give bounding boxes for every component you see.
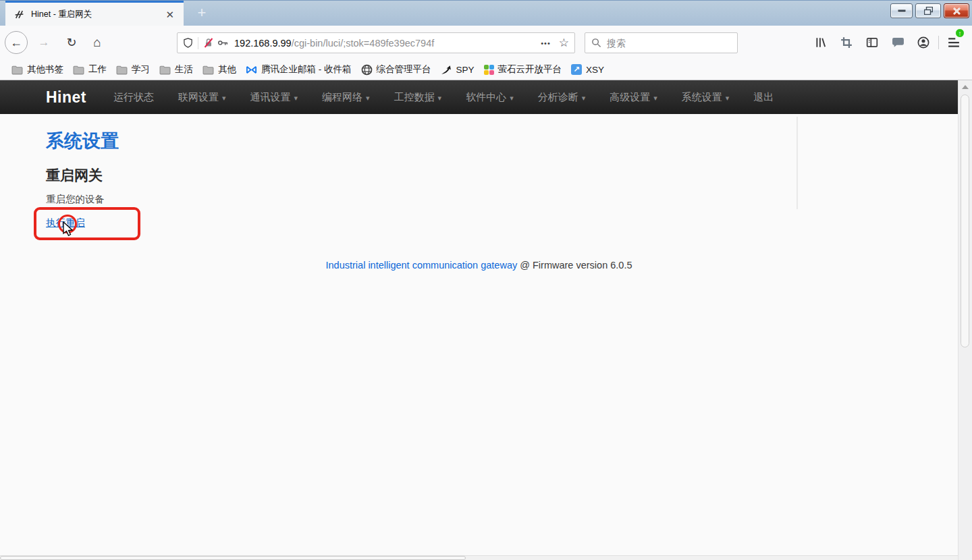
crop-icon [840,36,853,49]
back-button[interactable]: ← [5,31,28,54]
nav-item-comm-setup[interactable]: 通讯设置 [241,81,308,114]
hinet-favicon-icon [14,9,25,20]
browser-chrome: ← → ↻ ⌂ 192.168.9.99/cgi-bin/luci/;stok=… [0,26,972,80]
chat-bubble-icon [892,37,905,49]
home-button[interactable]: ⌂ [86,31,109,54]
bookmark-tencent-exmail[interactable]: 腾讯企业邮箱 - 收件箱 [241,61,356,78]
bookmark-label: 工作 [88,63,107,76]
page-footer: Industrial intelligent communication gat… [0,260,958,271]
url-bar[interactable]: 192.168.9.99/cgi-bin/luci/;stok=489fe39e… [177,32,575,53]
new-tab-button[interactable]: + [192,3,212,24]
vertical-scrollbar-thumb[interactable] [961,94,969,347]
sidebar-icon [866,36,878,49]
forward-button[interactable]: → [32,31,55,54]
bookmark-label: 其他书签 [27,63,63,76]
browser-tab[interactable]: Hinet - 重启网关 ✕ [5,1,184,26]
shield-icon[interactable] [183,37,193,49]
close-icon [952,7,961,15]
globe-icon [361,64,373,76]
chat-button[interactable] [885,31,911,54]
nav-item-system-settings[interactable]: 系统设置 [672,81,739,114]
xsy-icon: ↗ [571,64,582,75]
page-actions-icon[interactable]: ••• [541,39,551,47]
library-button[interactable] [808,31,834,54]
library-icon [815,36,827,49]
nav-item-analysis-diagnosis[interactable]: 分析诊断 [529,81,595,114]
nav-item-logout[interactable]: 退出 [744,81,783,114]
page-title: 重启网关 [46,166,103,185]
bookmark-management-platform[interactable]: 综合管理平台 [356,61,436,78]
bookmark-other[interactable]: 其他 [198,61,241,78]
site-brand[interactable]: Hinet [46,88,86,107]
folder-icon [202,64,214,76]
close-button[interactable] [944,3,969,18]
nav-item-status[interactable]: 运行状态 [104,81,163,114]
menu-button[interactable]: ↑ [941,31,967,54]
bookmark-xsy[interactable]: ↗ XSY [566,62,609,77]
footer-gateway-link[interactable]: Industrial intelligent communication gat… [326,260,518,271]
title-bar: Hinet - 重启网关 ✕ + [0,0,972,26]
hamburger-icon [948,37,960,48]
folder-icon [159,64,171,76]
folder-icon [116,64,128,76]
bookmark-label: 腾讯企业邮箱 - 收件箱 [261,63,352,76]
toolbar-icons: ↑ [808,31,967,54]
bookmark-work[interactable]: 工作 [68,61,111,78]
bookmark-label: 学习 [132,63,150,76]
minimize-button[interactable] [890,3,913,18]
sidebar-button[interactable] [859,31,885,54]
page-content: Hinet 运行状态 联网设置 通讯设置 编程网络 工控数据 软件中心 分析诊断… [0,80,958,560]
bookmark-label: SPY [456,65,475,75]
folder-icon [11,64,23,76]
restore-icon [924,7,933,15]
bookmark-label: 其他 [218,63,236,76]
vertical-scrollbar[interactable] [958,80,972,560]
url-text[interactable]: 192.168.9.99/cgi-bin/luci/;stok=489fe39e… [234,38,541,49]
bookmark-other-bookmarks[interactable]: 其他书签 [7,61,68,78]
nav-item-programming-network[interactable]: 编程网络 [313,81,379,114]
nav-item-software-center[interactable]: 软件中心 [456,81,523,114]
horizontal-scrollbar[interactable] [0,555,958,560]
footer-version-text: @ Firmware version 6.0.5 [517,260,632,271]
tab-title: Hinet - 重启网关 [31,9,161,20]
reload-button[interactable]: ↻ [60,31,83,54]
url-domain: 192.168.9.99 [234,38,292,49]
bookmark-star-icon[interactable]: ☆ [559,36,569,50]
toolbar-divider [938,36,939,49]
bookmark-spy[interactable]: SPY [436,62,479,78]
bookmark-label: XSY [586,65,604,75]
navigation-toolbar: ← → ↻ ⌂ 192.168.9.99/cgi-bin/luci/;stok=… [0,26,972,59]
window-controls [890,3,969,18]
tab-close-icon[interactable]: ✕ [161,7,178,22]
site-navbar: Hinet 运行状态 联网设置 通讯设置 编程网络 工控数据 软件中心 分析诊断… [0,80,958,114]
content-divider [796,117,798,209]
page-description: 重启您的设备 [46,193,105,206]
bookmark-label: 综合管理平台 [377,63,431,76]
folder-icon [73,64,84,76]
insecure-lock-icon[interactable] [203,37,214,49]
mouse-cursor-icon [62,221,75,237]
spy-icon [441,64,452,76]
account-icon [917,36,929,49]
account-button[interactable] [911,31,936,54]
screenshot-button[interactable] [834,31,859,54]
search-input[interactable] [607,38,731,49]
nav-item-industrial-data[interactable]: 工控数据 [385,81,452,114]
search-bar[interactable] [585,32,738,53]
ezviz-icon [484,65,494,75]
urlbar-divider [198,37,198,49]
scroll-up-arrow-icon[interactable] [962,85,969,89]
bookmark-life[interactable]: 生活 [155,61,198,78]
bookmark-label: 生活 [175,63,193,76]
url-path: /cgi-bin/luci/;stok=489fe39ec794f [292,38,435,49]
key-icon[interactable] [217,37,229,49]
bookmark-study[interactable]: 学习 [111,61,155,78]
bookmark-label: 萤石云开放平台 [498,63,562,76]
restore-button[interactable] [915,3,941,18]
bookmark-ezviz-platform[interactable]: 萤石云开放平台 [479,61,567,78]
exmail-icon [246,64,257,76]
nav-item-network-setup[interactable]: 联网设置 [169,81,236,114]
horizontal-scrollbar-thumb[interactable] [0,556,466,560]
nav-item-advanced-settings[interactable]: 高级设置 [600,81,667,114]
search-icon [591,38,601,48]
